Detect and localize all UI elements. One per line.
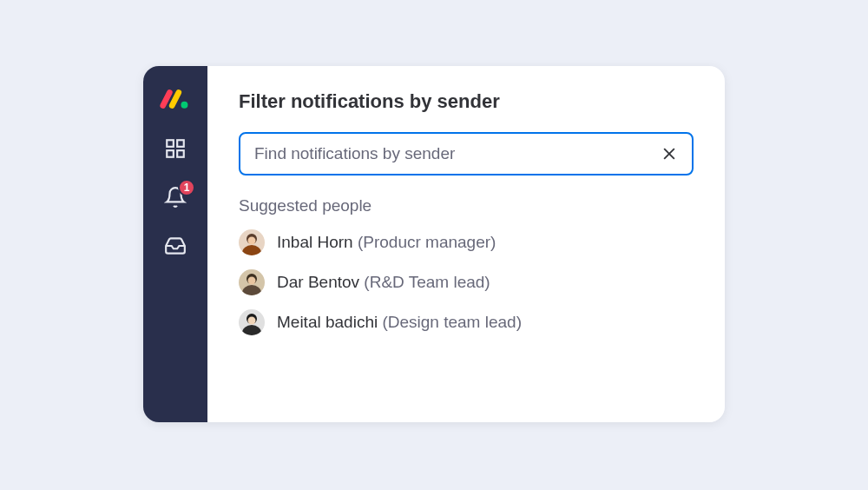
notification-badge: 1 [178, 179, 195, 196]
search-box[interactable] [239, 132, 694, 175]
svg-point-14 [248, 277, 256, 285]
svg-rect-2 [177, 140, 184, 147]
main-panel: Filter notifications by sender Suggested… [207, 66, 725, 422]
svg-point-18 [248, 317, 256, 325]
svg-rect-3 [167, 150, 174, 157]
suggested-people-label: Suggested people [239, 196, 694, 215]
person-name: Inbal Horn [277, 233, 353, 251]
person-text: Inbal Horn (Producr manager) [277, 233, 496, 252]
avatar [239, 269, 265, 295]
person-text: Meital badichi (Design team lead) [277, 313, 522, 332]
avatar [239, 229, 265, 255]
person-item[interactable]: Dar Bentov (R&D Team lead) [239, 269, 694, 295]
inbox-icon[interactable] [164, 235, 187, 257]
apps-grid-icon[interactable] [164, 137, 187, 160]
svg-point-10 [248, 237, 256, 245]
person-name: Meital badichi [277, 313, 378, 331]
clear-icon[interactable] [661, 145, 678, 162]
sidebar: 1 [143, 66, 207, 422]
people-list: Inbal Horn (Producr manager) Dar Bentov … [239, 229, 694, 335]
person-role: (Producr manager) [358, 233, 496, 251]
page-title: Filter notifications by sender [239, 90, 694, 113]
svg-point-0 [181, 102, 187, 109]
svg-rect-1 [167, 140, 174, 147]
svg-rect-4 [177, 150, 184, 157]
app-logo [159, 87, 192, 111]
person-item[interactable]: Meital badichi (Design team lead) [239, 309, 694, 335]
app-window: 1 Filter notifications by sender Suggest… [143, 66, 725, 422]
avatar [239, 309, 265, 335]
person-role: (R&D Team lead) [364, 273, 490, 291]
search-input[interactable] [254, 144, 661, 163]
person-name: Dar Bentov [277, 273, 359, 291]
person-role: (Design team lead) [382, 313, 522, 331]
person-text: Dar Bentov (R&D Team lead) [277, 273, 490, 292]
notifications-bell-icon[interactable]: 1 [164, 186, 187, 209]
person-item[interactable]: Inbal Horn (Producr manager) [239, 229, 694, 255]
